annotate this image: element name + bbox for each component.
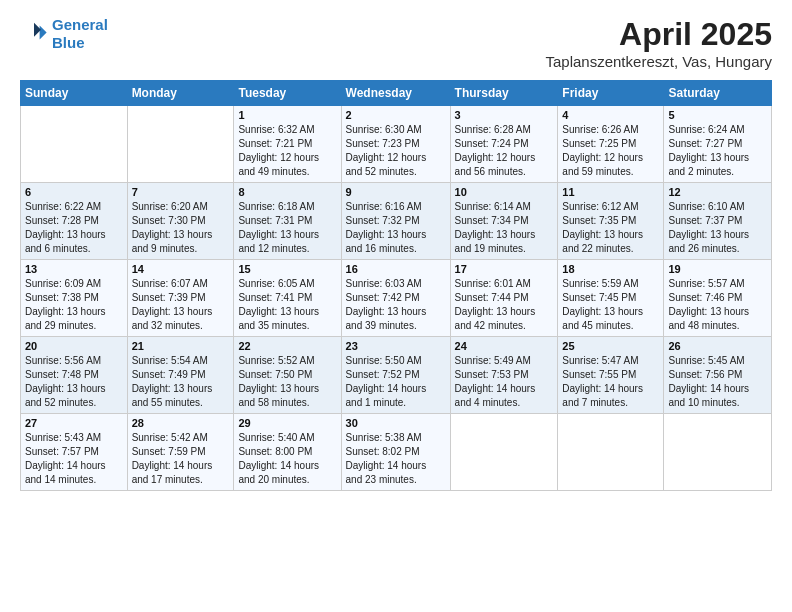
cell-day-number: 20 [25, 340, 123, 352]
calendar-cell [21, 106, 128, 183]
calendar-cell: 29Sunrise: 5:40 AM Sunset: 8:00 PM Dayli… [234, 414, 341, 491]
cell-day-number: 17 [455, 263, 554, 275]
calendar-cell: 11Sunrise: 6:12 AM Sunset: 7:35 PM Dayli… [558, 183, 664, 260]
logo-icon [20, 20, 48, 48]
cell-info: Sunrise: 6:09 AM Sunset: 7:38 PM Dayligh… [25, 277, 123, 333]
cell-day-number: 22 [238, 340, 336, 352]
cell-day-number: 15 [238, 263, 336, 275]
calendar-cell: 7Sunrise: 6:20 AM Sunset: 7:30 PM Daylig… [127, 183, 234, 260]
calendar-cell: 25Sunrise: 5:47 AM Sunset: 7:55 PM Dayli… [558, 337, 664, 414]
cell-info: Sunrise: 6:10 AM Sunset: 7:37 PM Dayligh… [668, 200, 767, 256]
cell-day-number: 29 [238, 417, 336, 429]
cell-info: Sunrise: 6:16 AM Sunset: 7:32 PM Dayligh… [346, 200, 446, 256]
logo-text: General Blue [52, 16, 108, 52]
page: General Blue April 2025 Taplanszentkeres… [0, 0, 792, 507]
column-header-tuesday: Tuesday [234, 81, 341, 106]
cell-info: Sunrise: 6:14 AM Sunset: 7:34 PM Dayligh… [455, 200, 554, 256]
cell-info: Sunrise: 5:52 AM Sunset: 7:50 PM Dayligh… [238, 354, 336, 410]
calendar-cell: 15Sunrise: 6:05 AM Sunset: 7:41 PM Dayli… [234, 260, 341, 337]
calendar-cell: 27Sunrise: 5:43 AM Sunset: 7:57 PM Dayli… [21, 414, 128, 491]
column-header-saturday: Saturday [664, 81, 772, 106]
cell-day-number: 13 [25, 263, 123, 275]
cell-info: Sunrise: 6:30 AM Sunset: 7:23 PM Dayligh… [346, 123, 446, 179]
cell-info: Sunrise: 6:03 AM Sunset: 7:42 PM Dayligh… [346, 277, 446, 333]
cell-day-number: 19 [668, 263, 767, 275]
cell-day-number: 5 [668, 109, 767, 121]
calendar-cell: 16Sunrise: 6:03 AM Sunset: 7:42 PM Dayli… [341, 260, 450, 337]
calendar-cell: 26Sunrise: 5:45 AM Sunset: 7:56 PM Dayli… [664, 337, 772, 414]
cell-info: Sunrise: 6:20 AM Sunset: 7:30 PM Dayligh… [132, 200, 230, 256]
calendar-week-row: 27Sunrise: 5:43 AM Sunset: 7:57 PM Dayli… [21, 414, 772, 491]
cell-info: Sunrise: 5:38 AM Sunset: 8:02 PM Dayligh… [346, 431, 446, 487]
cell-info: Sunrise: 6:26 AM Sunset: 7:25 PM Dayligh… [562, 123, 659, 179]
calendar-subtitle: Taplanszentkereszt, Vas, Hungary [545, 53, 772, 70]
calendar-cell: 21Sunrise: 5:54 AM Sunset: 7:49 PM Dayli… [127, 337, 234, 414]
cell-info: Sunrise: 6:24 AM Sunset: 7:27 PM Dayligh… [668, 123, 767, 179]
column-header-sunday: Sunday [21, 81, 128, 106]
title-block: April 2025 Taplanszentkereszt, Vas, Hung… [545, 16, 772, 70]
calendar-cell: 4Sunrise: 6:26 AM Sunset: 7:25 PM Daylig… [558, 106, 664, 183]
cell-day-number: 4 [562, 109, 659, 121]
cell-day-number: 18 [562, 263, 659, 275]
cell-info: Sunrise: 5:47 AM Sunset: 7:55 PM Dayligh… [562, 354, 659, 410]
cell-info: Sunrise: 6:01 AM Sunset: 7:44 PM Dayligh… [455, 277, 554, 333]
calendar-cell [127, 106, 234, 183]
cell-day-number: 27 [25, 417, 123, 429]
cell-info: Sunrise: 5:59 AM Sunset: 7:45 PM Dayligh… [562, 277, 659, 333]
calendar-cell [558, 414, 664, 491]
cell-day-number: 10 [455, 186, 554, 198]
cell-day-number: 25 [562, 340, 659, 352]
cell-day-number: 8 [238, 186, 336, 198]
cell-day-number: 23 [346, 340, 446, 352]
calendar-cell: 22Sunrise: 5:52 AM Sunset: 7:50 PM Dayli… [234, 337, 341, 414]
logo: General Blue [20, 16, 108, 52]
cell-day-number: 24 [455, 340, 554, 352]
calendar-week-row: 20Sunrise: 5:56 AM Sunset: 7:48 PM Dayli… [21, 337, 772, 414]
calendar-cell: 14Sunrise: 6:07 AM Sunset: 7:39 PM Dayli… [127, 260, 234, 337]
calendar-cell: 18Sunrise: 5:59 AM Sunset: 7:45 PM Dayli… [558, 260, 664, 337]
cell-info: Sunrise: 5:50 AM Sunset: 7:52 PM Dayligh… [346, 354, 446, 410]
calendar-cell: 2Sunrise: 6:30 AM Sunset: 7:23 PM Daylig… [341, 106, 450, 183]
calendar-cell: 23Sunrise: 5:50 AM Sunset: 7:52 PM Dayli… [341, 337, 450, 414]
calendar-title: April 2025 [545, 16, 772, 53]
logo-line2: Blue [52, 34, 85, 51]
cell-day-number: 6 [25, 186, 123, 198]
cell-day-number: 28 [132, 417, 230, 429]
calendar-week-row: 6Sunrise: 6:22 AM Sunset: 7:28 PM Daylig… [21, 183, 772, 260]
calendar-cell: 24Sunrise: 5:49 AM Sunset: 7:53 PM Dayli… [450, 337, 558, 414]
column-header-thursday: Thursday [450, 81, 558, 106]
cell-day-number: 26 [668, 340, 767, 352]
calendar-week-row: 1Sunrise: 6:32 AM Sunset: 7:21 PM Daylig… [21, 106, 772, 183]
cell-info: Sunrise: 6:32 AM Sunset: 7:21 PM Dayligh… [238, 123, 336, 179]
column-header-monday: Monday [127, 81, 234, 106]
cell-info: Sunrise: 6:05 AM Sunset: 7:41 PM Dayligh… [238, 277, 336, 333]
calendar-cell [450, 414, 558, 491]
column-header-friday: Friday [558, 81, 664, 106]
calendar-header-row: SundayMondayTuesdayWednesdayThursdayFrid… [21, 81, 772, 106]
cell-info: Sunrise: 6:18 AM Sunset: 7:31 PM Dayligh… [238, 200, 336, 256]
calendar-cell: 13Sunrise: 6:09 AM Sunset: 7:38 PM Dayli… [21, 260, 128, 337]
calendar-cell: 3Sunrise: 6:28 AM Sunset: 7:24 PM Daylig… [450, 106, 558, 183]
cell-day-number: 9 [346, 186, 446, 198]
cell-day-number: 30 [346, 417, 446, 429]
cell-info: Sunrise: 5:43 AM Sunset: 7:57 PM Dayligh… [25, 431, 123, 487]
calendar-cell: 19Sunrise: 5:57 AM Sunset: 7:46 PM Dayli… [664, 260, 772, 337]
header: General Blue April 2025 Taplanszentkeres… [20, 16, 772, 70]
calendar-cell: 28Sunrise: 5:42 AM Sunset: 7:59 PM Dayli… [127, 414, 234, 491]
cell-day-number: 16 [346, 263, 446, 275]
calendar-cell: 1Sunrise: 6:32 AM Sunset: 7:21 PM Daylig… [234, 106, 341, 183]
column-header-wednesday: Wednesday [341, 81, 450, 106]
cell-day-number: 1 [238, 109, 336, 121]
calendar-cell: 9Sunrise: 6:16 AM Sunset: 7:32 PM Daylig… [341, 183, 450, 260]
cell-day-number: 7 [132, 186, 230, 198]
cell-info: Sunrise: 5:54 AM Sunset: 7:49 PM Dayligh… [132, 354, 230, 410]
cell-info: Sunrise: 5:56 AM Sunset: 7:48 PM Dayligh… [25, 354, 123, 410]
cell-info: Sunrise: 5:57 AM Sunset: 7:46 PM Dayligh… [668, 277, 767, 333]
calendar-cell: 30Sunrise: 5:38 AM Sunset: 8:02 PM Dayli… [341, 414, 450, 491]
cell-info: Sunrise: 6:12 AM Sunset: 7:35 PM Dayligh… [562, 200, 659, 256]
cell-info: Sunrise: 6:28 AM Sunset: 7:24 PM Dayligh… [455, 123, 554, 179]
cell-day-number: 3 [455, 109, 554, 121]
cell-info: Sunrise: 5:49 AM Sunset: 7:53 PM Dayligh… [455, 354, 554, 410]
logo-line1: General [52, 16, 108, 33]
calendar-cell: 5Sunrise: 6:24 AM Sunset: 7:27 PM Daylig… [664, 106, 772, 183]
